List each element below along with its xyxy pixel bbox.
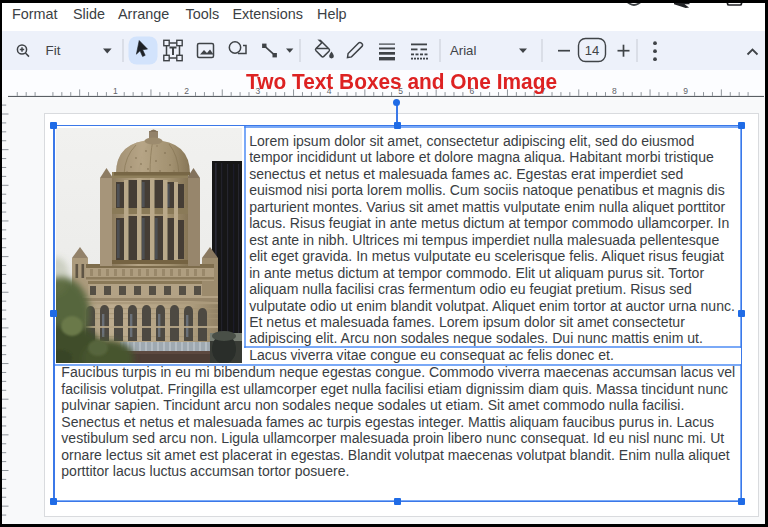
- svg-text:Arial: Arial: [450, 43, 476, 58]
- svg-text:2: 2: [184, 85, 189, 95]
- svg-text:14: 14: [585, 43, 599, 58]
- svg-text:8: 8: [612, 85, 617, 95]
- svg-text:1: 1: [113, 85, 118, 95]
- svg-text:9: 9: [683, 85, 688, 95]
- svg-text:Fit: Fit: [46, 43, 61, 58]
